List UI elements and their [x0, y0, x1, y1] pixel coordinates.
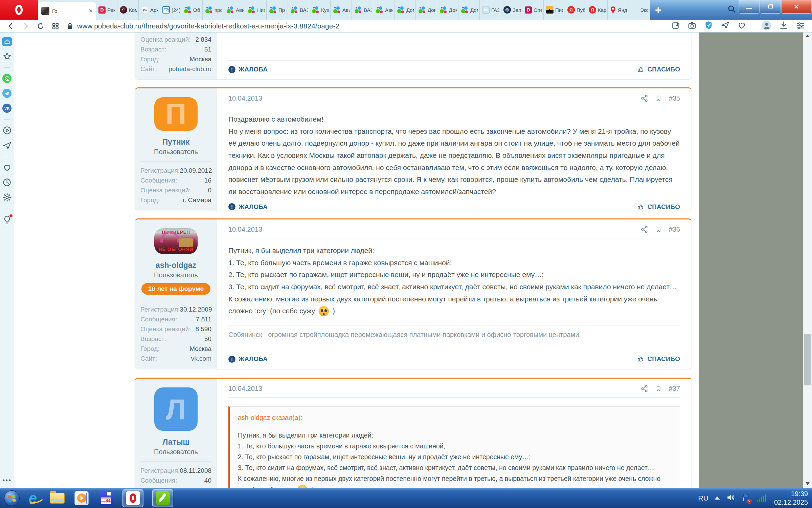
start-button[interactable]: [4, 490, 20, 506]
username-link[interactable]: ash-oldgaz: [135, 261, 217, 270]
browser-tab[interactable]: Дом: [458, 0, 480, 20]
language-indicator[interactable]: RU: [698, 494, 708, 502]
back-icon[interactable]: [7, 22, 15, 30]
close-icon[interactable]: ×: [89, 7, 93, 14]
bookmark-pin-icon[interactable]: [671, 21, 680, 31]
report-button[interactable]: ! ЖАЛОБА: [228, 355, 268, 363]
browser-tab[interactable]: Дом: [416, 0, 437, 20]
browser-tab[interactable]: (24): [160, 0, 181, 20]
browser-tab[interactable]: Янд: [608, 0, 629, 20]
sidebar-more-icon[interactable]: •••: [0, 477, 14, 484]
sidebar-item-personal-news[interactable]: [2, 163, 12, 172]
browser-tab[interactable]: Арх: [139, 0, 160, 20]
floppy-utility-button[interactable]: 64: [98, 490, 114, 506]
browser-tab[interactable]: ЯКар: [586, 0, 608, 20]
internet-explorer-button[interactable]: e: [25, 490, 41, 506]
search-icon[interactable]: [727, 5, 736, 15]
page-scrollbar[interactable]: [803, 33, 812, 488]
bookmark-icon[interactable]: [655, 226, 662, 233]
stat-link[interactable]: vk.com: [191, 354, 211, 363]
share-icon[interactable]: [640, 385, 648, 393]
share-icon[interactable]: [640, 226, 648, 233]
profile-avatar[interactable]: [762, 20, 772, 32]
download-icon[interactable]: [779, 21, 788, 31]
vpn-shield-icon[interactable]: [704, 21, 713, 31]
thanks-button[interactable]: СПАСИБО: [637, 355, 680, 363]
snapshot-camera-icon[interactable]: [687, 21, 697, 31]
sidebar-item-bookmarks[interactable]: [2, 52, 12, 61]
post-number-link[interactable]: #35: [669, 94, 680, 102]
minimize-button[interactable]: [739, 0, 760, 14]
browser-tab[interactable]: Куз: [309, 0, 331, 20]
browser-tab[interactable]: ВАЗ: [288, 0, 309, 20]
scroll-up-icon[interactable]: [806, 35, 810, 37]
browser-tab[interactable]: Ави: [331, 0, 352, 20]
browser-tab[interactable]: ГАЗ: [480, 0, 501, 20]
report-button[interactable]: ! ЖАЛОБА: [228, 66, 268, 73]
network-signal-icon[interactable]: [757, 494, 766, 502]
sidebar-item-home[interactable]: [2, 37, 12, 46]
stat-link[interactable]: pobeda-club.ru: [168, 64, 211, 74]
tray-expand-icon[interactable]: [715, 496, 720, 500]
bookmark-icon[interactable]: [655, 94, 662, 102]
url-field[interactable]: www.pobeda-club.ru/threads/govorite-kabr…: [77, 22, 671, 30]
sidebar-item-history[interactable]: [2, 178, 12, 187]
post-number-link[interactable]: #36: [669, 226, 680, 233]
tune-sliders-icon[interactable]: [796, 21, 805, 31]
browser-tab[interactable]: Ком: [117, 0, 139, 20]
browser-tab[interactable]: Пр: [267, 0, 288, 20]
browser-tab[interactable]: про: [203, 0, 224, 20]
browser-tab[interactable]: Ави: [224, 0, 245, 20]
user-avatar[interactable]: Л: [154, 387, 198, 431]
browser-tab[interactable]: Ави: [373, 0, 394, 20]
browser-tab[interactable]: Пис: [544, 0, 565, 20]
lock-icon[interactable]: [66, 22, 74, 30]
username-link[interactable]: Латыш: [135, 438, 217, 447]
browser-tab[interactable]: Низ: [245, 0, 267, 20]
close-window-button[interactable]: ×: [781, 0, 812, 14]
browser-tab[interactable]: Дом: [394, 0, 416, 20]
my-flow-send-icon[interactable]: [721, 21, 730, 31]
report-button[interactable]: ! ЖАЛОБА: [228, 203, 268, 210]
sidebar-item-player[interactable]: [2, 126, 12, 135]
opera-taskbar-button[interactable]: [122, 489, 143, 507]
bookmark-icon[interactable]: [655, 385, 662, 393]
action-center-flag-icon[interactable]: ×: [742, 493, 750, 503]
browser-tab[interactable]: DОпе: [522, 0, 544, 20]
sidebar-item-telegram[interactable]: [2, 89, 12, 98]
sidebar-item-my-flow[interactable]: [2, 141, 12, 150]
browser-tab[interactable]: Экс: [629, 0, 650, 20]
user-avatar[interactable]: НЕ УВЕРЕН НЕ ОБГОНЯЙ: [154, 228, 198, 254]
sidebar-item-vk[interactable]: VK: [2, 104, 12, 113]
browser-tab[interactable]: Дом: [437, 0, 458, 20]
scrollbar-thumb[interactable]: [804, 334, 811, 385]
browser-tab[interactable]: ЯПуб: [565, 0, 586, 20]
speed-dial-icon[interactable]: [51, 22, 60, 30]
volume-icon[interactable]: [726, 493, 736, 503]
browser-tab-active[interactable]: Го ×: [38, 2, 96, 20]
username-link[interactable]: Путник: [135, 137, 217, 147]
quote-author-link[interactable]: ash-oldgaz сказал(а):: [238, 412, 672, 423]
notes-taskbar-button[interactable]: [152, 489, 173, 507]
media-player-button[interactable]: [74, 490, 89, 506]
share-icon[interactable]: [640, 94, 648, 102]
browser-tab[interactable]: DРек: [96, 0, 117, 20]
browser-tab[interactable]: Об: [181, 0, 203, 20]
post-number-link[interactable]: #37: [669, 385, 680, 393]
thanks-button[interactable]: СПАСИБО: [637, 203, 680, 210]
scroll-down-icon[interactable]: [806, 482, 810, 485]
forward-icon[interactable]: [22, 22, 30, 30]
new-tab-button[interactable]: +: [655, 4, 661, 15]
heart-icon[interactable]: [737, 21, 746, 31]
sidebar-item-whatsapp[interactable]: [2, 74, 12, 83]
clock[interactable]: 19:39 02.12.2025: [774, 490, 808, 507]
browser-tab[interactable]: ВАЗ: [352, 0, 373, 20]
sidebar-item-easy-setup[interactable]: [3, 215, 12, 226]
reload-icon[interactable]: [37, 22, 45, 30]
user-avatar[interactable]: П: [154, 97, 198, 131]
opera-menu-button[interactable]: [0, 0, 38, 20]
thanks-button[interactable]: СПАСИБО: [637, 66, 680, 73]
maximize-button[interactable]: [760, 0, 781, 14]
sidebar-item-settings[interactable]: [2, 193, 12, 202]
file-explorer-button[interactable]: [49, 490, 65, 506]
